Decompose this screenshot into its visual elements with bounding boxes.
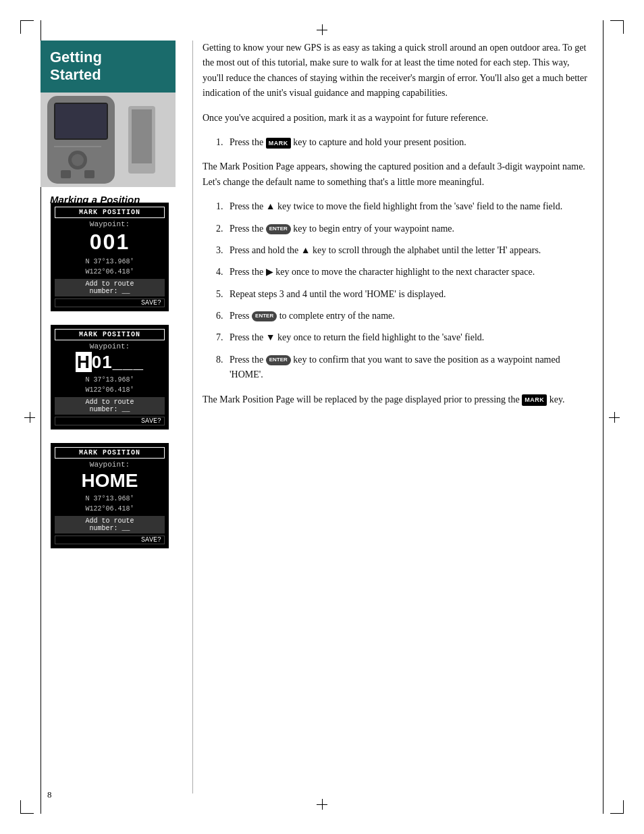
- screen3-coord2: W122°06.418': [55, 504, 165, 514]
- screen2-coords: N 37°13.968' W122°06.418': [55, 375, 165, 395]
- step-2-3: 3. Press and hold the ▲ key to scroll th…: [216, 243, 590, 258]
- step-2-7-text: Press the ▼ key once to return the field…: [230, 332, 484, 342]
- crosshair-top: [317, 24, 327, 35]
- gps-screen-2: MARK POSITION Waypoint: H01___ N 37°13.9…: [51, 325, 169, 429]
- step-2-6: 6. Press ENTER to complete entry of the …: [216, 309, 590, 323]
- corner-mark-br: [610, 800, 624, 814]
- screen1-route: Add to routenumber: __: [55, 279, 165, 296]
- step-2-4-num: 4.: [216, 265, 223, 280]
- gps-screen-1: MARK POSITION Waypoint: 001 N 37°13.968'…: [51, 203, 169, 311]
- step-2-8-before: Press the: [230, 355, 263, 365]
- corner-mark-bl: [20, 800, 34, 814]
- step-1a-text-before: Press the: [230, 137, 263, 147]
- step-2-2-before: Press the: [230, 224, 263, 234]
- step-2-6-num: 6.: [216, 309, 223, 323]
- sidebar-header: Getting Started: [41, 41, 176, 93]
- screen3-waypoint-label: Waypoint:: [55, 461, 165, 469]
- svg-rect-6: [61, 170, 71, 178]
- mark-key-badge-closing: MARK: [522, 394, 547, 405]
- content-divider: [192, 41, 193, 793]
- step-2-2-num: 2.: [216, 221, 223, 236]
- step-2-6-after: to complete entry of the name.: [279, 311, 395, 321]
- svg-rect-9: [132, 109, 152, 163]
- step-2-1: 1. Press the ▲ key twice to move the fie…: [216, 199, 590, 214]
- closing-after: key.: [549, 394, 565, 405]
- screen3-route: Add to routenumber: __: [55, 516, 165, 533]
- screen3-coord1: N 37°13.968': [55, 494, 165, 504]
- sidebar-decoration: [41, 93, 162, 187]
- mark-key-badge-1: MARK: [266, 138, 291, 149]
- svg-point-5: [72, 154, 84, 166]
- gps-screen-3: MARK POSITION Waypoint: HOME N 37°13.968…: [51, 443, 169, 548]
- intro-para2: Once you've acquired a position, mark it…: [203, 111, 590, 126]
- step-1a-num: 1.: [216, 135, 223, 150]
- enter-key-badge-2: ENTER: [252, 311, 277, 321]
- screen3-title: MARK POSITION: [55, 447, 165, 459]
- step-2-1-text: Press the ▲ key twice to move the field …: [230, 201, 562, 211]
- screen1-title: MARK POSITION: [55, 207, 165, 218]
- sidebar-title-line2: Started: [50, 66, 166, 84]
- step-2-7: 7. Press the ▼ key once to return the fi…: [216, 330, 590, 345]
- sidebar: Getting Started Marking a Position: [41, 41, 176, 212]
- screen1-coord2: W122°06.418': [55, 267, 165, 277]
- screen1-save: SAVE?: [55, 298, 165, 307]
- screen2-title: MARK POSITION: [55, 329, 165, 340]
- screen2-save: SAVE?: [55, 417, 165, 425]
- screen3-waypoint-value: HOME: [55, 470, 165, 492]
- step-2-5-num: 5.: [216, 287, 223, 302]
- step-2-7-num: 7.: [216, 330, 223, 345]
- closing-before: The Mark Position Page will be replaced …: [203, 394, 520, 405]
- sidebar-title-line1: Getting: [50, 49, 166, 66]
- svg-rect-2: [55, 104, 107, 138]
- step-2-4: 4. Press the ▶ key once to move the char…: [216, 265, 590, 280]
- step-2-8: 8. Press the ENTER key to confirm that y…: [216, 353, 590, 383]
- step-2-2-after: key to begin entry of your waypoint name…: [293, 224, 454, 234]
- step-2-1-num: 1.: [216, 199, 223, 214]
- closing-para: The Mark Position Page will be replaced …: [203, 392, 590, 407]
- step-1a-text-after: key to capture and hold your present pos…: [293, 137, 466, 147]
- screen2-coord2: W122°06.418': [55, 385, 165, 395]
- corner-mark-tr: [610, 20, 624, 34]
- page-number: 8: [47, 789, 52, 800]
- main-content: Getting to know your new GPS is as easy …: [203, 41, 590, 417]
- screen2-route: Add to routenumber: __: [55, 397, 165, 415]
- screen3-save: SAVE?: [55, 536, 165, 544]
- screen2-waypoint-value: H01___: [55, 352, 165, 373]
- screen2-waypoint-label: Waypoint:: [55, 342, 165, 350]
- between-para: The Mark Position Page appears, showing …: [203, 159, 590, 190]
- crosshair-right: [609, 412, 620, 423]
- step-2-5: 5. Repeat steps 3 and 4 until the word '…: [216, 287, 590, 302]
- screen1-waypoint-value: 001: [55, 230, 165, 255]
- screen2-coord1: N 37°13.968': [55, 375, 165, 385]
- step-2-6-before: Press: [230, 311, 250, 321]
- crosshair-left: [24, 412, 35, 423]
- screen3-coords: N 37°13.968' W122°06.418': [55, 494, 165, 514]
- screen1-coord1: N 37°13.968': [55, 257, 165, 267]
- step-2-8-num: 8.: [216, 353, 223, 367]
- svg-rect-7: [84, 170, 95, 178]
- device-screens: MARK POSITION Waypoint: 001 N 37°13.968'…: [51, 203, 169, 548]
- step-2-4-text: Press the ▶ key once to move the charact…: [230, 267, 535, 277]
- screen1-coords: N 37°13.968' W122°06.418': [55, 257, 165, 277]
- intro-para1: Getting to know your new GPS is as easy …: [203, 41, 590, 101]
- steps-group1: 1. Press the MARK key to capture and hol…: [216, 135, 590, 150]
- step-2-5-text: Repeat steps 3 and 4 until the word 'HOM…: [230, 289, 446, 299]
- corner-mark-tl: [20, 20, 34, 34]
- side-line-right: [603, 20, 603, 814]
- step-2-3-num: 3.: [216, 243, 223, 258]
- enter-key-badge-3: ENTER: [266, 355, 291, 365]
- crosshair-bottom: [317, 799, 327, 810]
- step-2-3-text: Press and hold the ▲ key to scroll throu…: [230, 245, 541, 255]
- sidebar-image-area: [41, 93, 176, 187]
- step-2-2: 2. Press the ENTER key to begin entry of…: [216, 221, 590, 236]
- steps-group2: 1. Press the ▲ key twice to move the fie…: [216, 199, 590, 383]
- screen1-waypoint-label: Waypoint:: [55, 220, 165, 228]
- enter-key-badge-1: ENTER: [266, 224, 291, 234]
- step-1a: 1. Press the MARK key to capture and hol…: [216, 135, 590, 150]
